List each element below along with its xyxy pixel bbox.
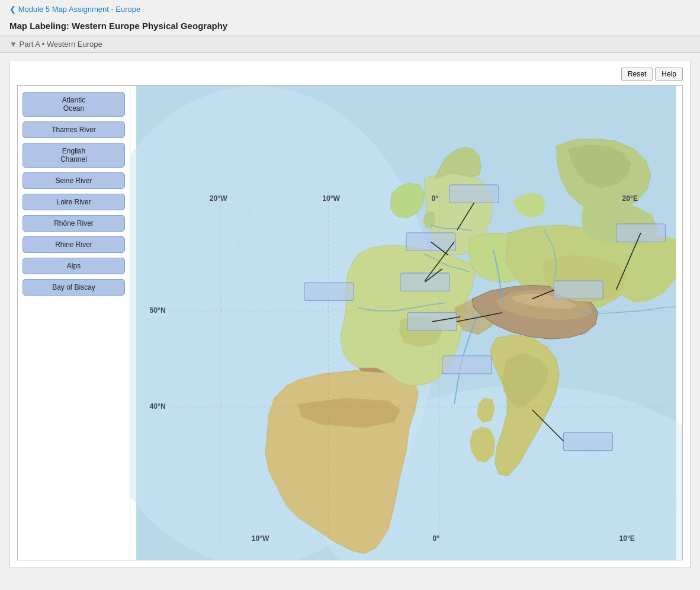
coord-0: 0° xyxy=(432,194,439,203)
drop-zone-6[interactable] xyxy=(442,356,492,374)
coord-0-b: 0° xyxy=(433,534,440,543)
reset-button[interactable]: Reset xyxy=(621,68,653,81)
label-item-rhone-river[interactable]: Rhône River xyxy=(23,215,125,232)
drop-zone-7[interactable] xyxy=(554,281,603,299)
breadcrumb[interactable]: Module 5 Map Assignment - Europe xyxy=(0,0,700,18)
label-item-bay-of-biscay[interactable]: Bay of Biscay xyxy=(23,279,125,296)
coord-50n: 50°N xyxy=(150,306,166,315)
label-item-rhine-river[interactable]: Rhine River xyxy=(23,236,125,253)
drop-zone-1[interactable] xyxy=(449,185,499,203)
coord-10w-b: 10°W xyxy=(252,534,269,543)
coord-40n: 40°N xyxy=(150,402,166,411)
label-item-thames-river[interactable]: Thames River xyxy=(23,121,125,138)
coord-10e-b: 10°E xyxy=(619,534,634,543)
label-item-english-channel[interactable]: EnglishChannel xyxy=(23,143,125,168)
coord-10w: 10°W xyxy=(322,194,340,203)
drop-zone-8[interactable] xyxy=(616,224,665,242)
label-panel: AtlanticOcean Thames River EnglishChanne… xyxy=(18,86,130,560)
label-item-atlantic-ocean[interactable]: AtlanticOcean xyxy=(23,92,125,117)
coord-20e: 20°E xyxy=(622,194,638,203)
label-item-alps[interactable]: Alps xyxy=(23,258,125,274)
label-item-seine-river[interactable]: Seine River xyxy=(23,172,125,189)
toolbar: Reset Help xyxy=(17,68,683,81)
section-header[interactable]: Part A • Western Europe xyxy=(0,36,700,53)
page-title: Map Labeling: Western Europe Physical Ge… xyxy=(0,18,700,36)
map-svg: 20°W 10°W 0° 20°E 50°N 40°N 10°W 0° 10°E xyxy=(130,86,682,560)
activity-area: AtlanticOcean Thames River EnglishChanne… xyxy=(17,85,683,560)
drop-zone-2[interactable] xyxy=(304,283,354,300)
help-button[interactable]: Help xyxy=(655,68,683,81)
coord-20w: 20°W xyxy=(210,194,227,203)
map-area: 20°W 10°W 0° 20°E 50°N 40°N 10°W 0° 10°E xyxy=(130,86,682,560)
main-container: Reset Help AtlanticOcean Thames River En… xyxy=(9,60,691,568)
map-container: 20°W 10°W 0° 20°E 50°N 40°N 10°W 0° 10°E xyxy=(130,86,682,560)
label-item-loire-river[interactable]: Loire River xyxy=(23,194,125,210)
drop-zone-9[interactable] xyxy=(563,432,612,450)
